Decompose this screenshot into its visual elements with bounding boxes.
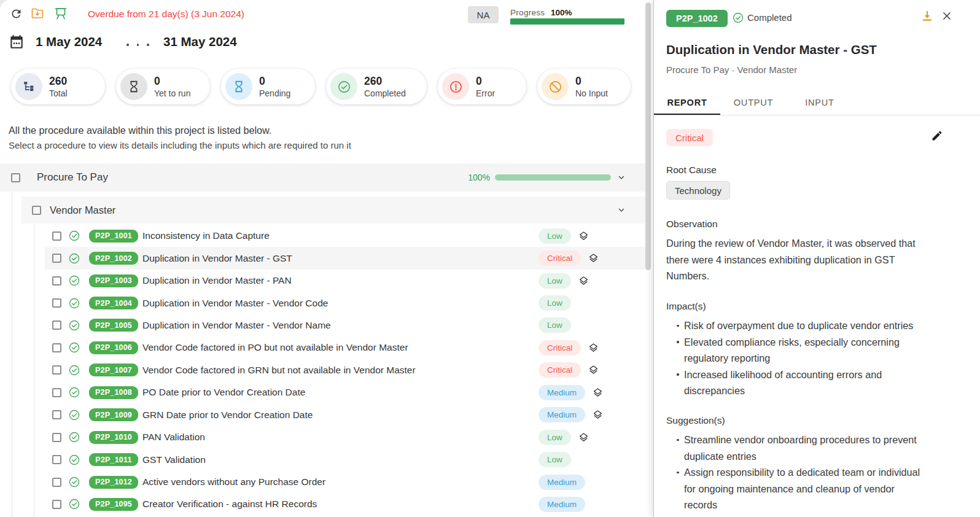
date-range-separator (126, 44, 149, 46)
error-icon (442, 73, 469, 100)
date-range-start[interactable]: 1 May 2024 (36, 34, 102, 49)
procedure-title[interactable]: Active vendors without any Purchase Orde… (142, 476, 325, 488)
procedure-list: P2P_1001Inconsistency in Data CaptureLow… (0, 225, 645, 516)
procedure-row[interactable]: P2P_1004Duplication in Vendor Master - V… (45, 292, 645, 314)
procedure-title[interactable]: Duplication in Vendor Master - Vendor Na… (142, 320, 331, 331)
layers-icon[interactable] (588, 253, 599, 263)
procedure-title[interactable]: PAN Validation (142, 432, 205, 443)
layers-icon[interactable] (593, 387, 603, 398)
procedure-id-badge: P2P_1012 (89, 476, 138, 489)
procedure-row[interactable]: P2P_1095Creator Verification - against H… (45, 493, 645, 515)
procedure-title[interactable]: Duplication in Vendor Master - GST (142, 253, 292, 264)
download-icon[interactable] (920, 9, 935, 23)
procedure-row[interactable]: P2P_1003Duplication in Vendor Master - P… (45, 270, 645, 292)
tab-report[interactable]: REPORT (654, 91, 720, 115)
row-checkbox[interactable] (52, 231, 61, 241)
close-icon[interactable] (940, 9, 954, 23)
stat-value: 0 (154, 75, 190, 88)
row-checkbox[interactable] (52, 388, 61, 397)
row-checkbox[interactable] (52, 276, 61, 286)
subgroup-header-vendor-master[interactable]: Vendor Master (21, 196, 645, 224)
stat-value: 0 (476, 75, 495, 88)
procedure-id-badge: P2P_1008 (89, 386, 138, 399)
completed-check-icon (68, 274, 80, 287)
layers-icon[interactable] (588, 365, 599, 375)
observation-heading: Observation (666, 219, 718, 230)
severity-badge: Low (539, 317, 571, 333)
row-checkbox[interactable] (52, 433, 61, 442)
procedure-row[interactable]: P2P_1010PAN ValidationLow (45, 426, 645, 448)
group-header-procure-to-pay[interactable]: Procure To Pay 100% (0, 163, 645, 192)
severity-badge: Low (539, 430, 571, 445)
tab-input[interactable]: INPUT (787, 91, 853, 115)
row-checkbox[interactable] (52, 500, 61, 509)
refresh-icon[interactable] (10, 7, 23, 20)
date-range-end[interactable]: 31 May 2024 (163, 34, 237, 49)
row-checkbox[interactable] (52, 410, 61, 419)
completed-check-icon (68, 319, 80, 332)
procedure-id-badge: P2P_1011 (89, 453, 138, 466)
tab-output[interactable]: OUTPUT (720, 91, 787, 115)
layers-icon[interactable] (588, 343, 599, 353)
chevron-down-icon[interactable] (616, 173, 626, 182)
presentation-icon[interactable] (53, 6, 68, 21)
suggestion-item: Streamline vendor onboarding procedures … (666, 432, 924, 464)
procedure-title[interactable]: Vendor Code factored in PO but not avail… (142, 342, 408, 353)
scrollbar-thumb[interactable] (645, 2, 651, 270)
procedure-title[interactable]: Vendor Code factored in GRN but not avai… (142, 365, 416, 376)
impact-item: Increased likelihood of accounting error… (666, 367, 924, 399)
group-label: Procure To Pay (37, 171, 108, 184)
stat-pill-yet-to-run: 0Yet to run (116, 69, 210, 104)
procedure-id-badge: P2P_1010 (89, 431, 138, 444)
list-description: All the procedure available within this … (9, 125, 271, 136)
procedure-title[interactable]: Duplication in Vendor Master - Vendor Co… (142, 298, 328, 309)
procedure-row[interactable]: P2P_1009GRN Date prior to Vendor Creatio… (45, 404, 645, 426)
na-badge: NA (468, 6, 499, 23)
chevron-down-icon[interactable] (616, 205, 626, 215)
procedure-row[interactable]: P2P_1005Duplication in Vendor Master - V… (45, 314, 645, 336)
hourglass-icon (120, 73, 147, 100)
procedure-title[interactable]: GRN Date prior to Vendor Creation Date (142, 410, 313, 421)
procedure-row[interactable]: P2P_1008PO Date prior to Vendor Creation… (45, 381, 645, 403)
procedure-id-badge: P2P_1005 (89, 319, 138, 332)
procedure-title[interactable]: PO Date prior to Vendor Creation Date (142, 387, 305, 398)
procedure-row[interactable]: P2P_1012Active vendors without any Purch… (45, 471, 645, 493)
procedure-row[interactable]: P2P_1002Duplication in Vendor Master - G… (45, 247, 645, 269)
procedure-row[interactable]: P2P_1001Inconsistency in Data CaptureLow (45, 225, 645, 247)
row-checkbox[interactable] (52, 455, 61, 464)
row-checkbox[interactable] (52, 365, 61, 375)
procedure-title[interactable]: Duplication in Vendor Master - PAN (142, 275, 292, 286)
subgroup-checkbox[interactable] (32, 206, 41, 215)
layers-icon[interactable] (578, 276, 589, 286)
status-text: Completed (747, 12, 792, 23)
stat-pill-error: 0Error (438, 69, 526, 104)
procedure-title[interactable]: Creator Verification - against HR Record… (142, 499, 317, 510)
layers-icon[interactable] (578, 231, 589, 241)
procedure-row[interactable]: P2P_1007Vendor Code factored in GRN but … (45, 359, 645, 381)
completed-check-icon (68, 364, 80, 376)
edit-icon[interactable] (931, 130, 943, 142)
calendar-icon[interactable] (9, 34, 25, 50)
row-checkbox[interactable] (52, 343, 61, 352)
row-checkbox[interactable] (52, 298, 61, 308)
root-cause-chip: Technology (666, 181, 730, 200)
folder-download-icon[interactable] (30, 6, 45, 21)
row-checkbox[interactable] (52, 478, 61, 487)
row-checkbox[interactable] (52, 254, 61, 263)
row-checkbox[interactable] (52, 321, 61, 330)
procedure-title[interactable]: Inconsistency in Data Capture (142, 230, 270, 241)
tree-icon (15, 73, 42, 100)
group-checkbox[interactable] (11, 173, 20, 182)
layers-icon[interactable] (578, 432, 589, 443)
procedure-id-badge: P2P_1007 (89, 363, 138, 376)
stat-value: 0 (575, 75, 608, 88)
stats-row: 260Total0Yet to run0Pending260Completed0… (11, 69, 631, 104)
severity-badge: Low (539, 295, 571, 311)
procedure-title[interactable]: GST Validation (142, 454, 206, 465)
stat-label: Yet to run (154, 88, 190, 99)
layers-icon[interactable] (593, 410, 603, 420)
procedure-row[interactable]: P2P_1006Vendor Code factored in PO but n… (45, 336, 645, 359)
severity-badge: Critical (666, 129, 713, 146)
detail-title: Duplication in Vendor Master - GST (666, 42, 877, 57)
procedure-row[interactable]: P2P_1011GST ValidationLow (45, 448, 645, 470)
